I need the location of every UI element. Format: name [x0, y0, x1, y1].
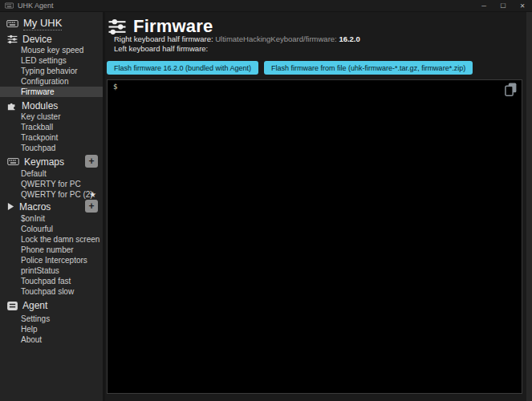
keyboard-icon [7, 158, 19, 165]
sidebar-item-macro-police-interceptors[interactable]: Police Interceptors [0, 255, 103, 265]
right-half-firmware-line: Right keyboard half firmware: UltimateHa… [114, 34, 360, 43]
minimize-button[interactable]: ─ [474, 0, 493, 12]
sidebar-item-typing-behavior[interactable]: Typing behavior [0, 66, 103, 76]
sidebar-item-configuration[interactable]: Configuration [0, 76, 103, 87]
sidebar-section-macros[interactable]: Macros + [0, 200, 103, 213]
window-title: UHK Agent [18, 2, 474, 10]
right-half-version: 16.2.0 [339, 34, 359, 43]
sliders-icon [108, 18, 127, 35]
macros-section-label: Macros [19, 201, 51, 213]
sidebar-section-keymaps[interactable]: Keymaps + [0, 155, 103, 168]
sidebar-item-trackpoint[interactable]: Trackpoint [0, 132, 103, 143]
sidebar-item-macro-oninit[interactable]: $onInit [0, 213, 103, 224]
keymap-label: QWERTY for PC (2) [21, 190, 93, 199]
window-titlebar: UHK Agent ─ ☐ ✕ [0, 0, 532, 12]
device-section-label: Device [22, 34, 52, 45]
my-uhk-label: My UHK [23, 17, 62, 30]
sidebar-item-macro-lock-the-damn-screen[interactable]: Lock the damn screen [0, 234, 103, 245]
sidebar-section-modules[interactable]: Modules [0, 100, 103, 111]
sidebar-section-device[interactable]: Device [0, 34, 103, 45]
sidebar-item-macro-touchpad-slow[interactable]: Touchpad slow [0, 286, 103, 297]
sidebar-item-keymap-qwerty-for-pc[interactable]: QWERTY for PC [0, 179, 103, 189]
sidebar-item-macro-phone-number[interactable]: Phone number [0, 245, 103, 255]
sidebar-item-agent-help[interactable]: Help [0, 324, 103, 334]
sidebar-item-agent-settings[interactable]: Settings [0, 314, 103, 324]
sidebar-item-touchpad[interactable]: Touchpad [0, 143, 103, 153]
keyboard-icon [6, 18, 18, 30]
modules-section-label: Modules [22, 100, 58, 111]
maximize-button[interactable]: ☐ [493, 0, 513, 12]
star-icon: ★ [89, 189, 96, 200]
keymaps-section-label: Keymaps [24, 156, 64, 168]
right-half-source: UltimateHackingKeyboard/firmware: [215, 34, 339, 43]
add-macro-button[interactable]: + [85, 200, 98, 213]
sidebar-item-keymap-default[interactable]: Default [0, 168, 103, 179]
flash-bundled-firmware-button[interactable]: Flash firmware 16.2.0 (bundled with Agen… [107, 61, 258, 75]
copy-icon[interactable] [504, 83, 517, 97]
firmware-page: Firmware Right keyboard half firmware: U… [105, 12, 526, 401]
sidebar-item-agent-about[interactable]: About [0, 334, 103, 345]
sidebar-item-trackball[interactable]: Trackball [0, 122, 103, 132]
sidebar-item-led-settings[interactable]: LED settings [0, 55, 103, 66]
agent-section-label: Agent [22, 300, 47, 311]
right-half-label: Right keyboard half firmware: [114, 34, 215, 43]
firmware-log-terminal[interactable]: $ [107, 79, 522, 394]
sidebar-item-macro-printstatus[interactable]: printStatus [0, 265, 103, 276]
terminal-prompt: $ [113, 83, 117, 91]
sidebar-item-keymap-qwerty-for-pc-2[interactable]: QWERTY for PC (2) ★ [0, 189, 103, 200]
sidebar-section-agent[interactable]: Agent [0, 300, 103, 311]
agent-box-icon [7, 302, 18, 310]
puzzle-icon [7, 101, 17, 111]
sidebar-item-mouse-key-speed[interactable]: Mouse key speed [0, 45, 103, 55]
add-keymap-button[interactable]: + [85, 155, 98, 168]
sidebar: My UHK Device Mouse key speed LED settin… [0, 12, 103, 401]
app-keyboard-icon [5, 2, 14, 9]
flash-buttons-row: Flash firmware 16.2.0 (bundled with Agen… [107, 61, 473, 75]
sidebar-item-macro-colourful[interactable]: Colourful [0, 224, 103, 234]
play-icon [7, 202, 14, 211]
left-half-firmware-line: Left keyboard half firmware: [114, 44, 208, 53]
sidebar-item-macro-touchpad-fast[interactable]: Touchpad fast [0, 276, 103, 286]
sidebar-item-firmware[interactable]: Firmware [0, 87, 103, 97]
sidebar-item-key-cluster[interactable]: Key cluster [0, 111, 103, 122]
scrollbar[interactable] [526, 12, 532, 401]
close-button[interactable]: ✕ [513, 0, 532, 12]
flash-firmware-from-file-button[interactable]: Flash firmware from file (uhk-firmware-*… [264, 61, 473, 75]
sliders-icon [7, 34, 18, 44]
sidebar-item-my-uhk[interactable]: My UHK [0, 17, 103, 30]
